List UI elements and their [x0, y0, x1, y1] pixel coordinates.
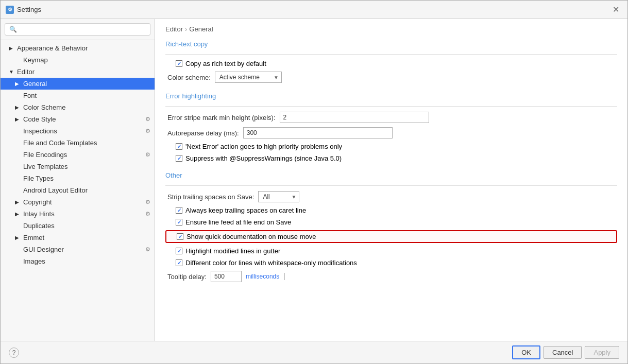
chevron-icon: ▶ [15, 81, 21, 86]
highlight-modified-label: Highlight modified lines in gutter [185, 247, 280, 255]
autoreparse-label: Autoreparse delay (ms): [167, 129, 239, 137]
sidebar-item-duplicates[interactable]: Duplicates [1, 220, 155, 232]
strip-trailing-row: Strip trailing spaces on Save: All None … [165, 191, 617, 202]
sidebar-item-appearance[interactable]: ▶ Appearance & Behavior [1, 42, 155, 54]
copy-as-rich-text-row: Copy as rich text by default [165, 60, 617, 67]
sidebar-item-images[interactable]: Images [1, 255, 155, 267]
rich-text-copy-section: Rich-text copy Copy as rich text by defa… [165, 40, 617, 83]
settings-icon: ⚙ [6, 6, 14, 14]
copy-as-rich-text-checkbox[interactable] [176, 60, 182, 67]
chevron-icon: ▶ [15, 211, 21, 217]
settings-dialog: ⚙ Settings ✕ ▶ Appearance & Behavior Key… [0, 0, 628, 364]
tooltip-delay-input[interactable] [211, 271, 242, 282]
sidebar-tree: ▶ Appearance & Behavior Keymap ▼ Editor … [1, 40, 155, 269]
strip-trailing-label: Strip trailing spaces on Save: [167, 193, 254, 201]
sidebar-item-fileencodings[interactable]: File Encodings ⚙ [1, 149, 155, 161]
sidebar-item-codestyle[interactable]: ▶ Code Style ⚙ [1, 113, 155, 125]
breadcrumb-editor: Editor [165, 25, 183, 33]
ensure-line-feed-label: Ensure line feed at file end on Save [185, 218, 291, 226]
help-button[interactable]: ? [9, 348, 19, 358]
sidebar-item-label: File Types [23, 175, 54, 182]
section-divider [165, 185, 617, 186]
sidebar-item-label: General [23, 80, 47, 88]
sidebar-item-label: Duplicates [23, 222, 55, 230]
suppress-warnings-checkbox[interactable] [176, 155, 182, 162]
different-color-checkbox[interactable] [176, 259, 182, 266]
always-keep-trailing-row: Always keep trailing spaces on caret lin… [165, 206, 617, 214]
settings-badge: ⚙ [145, 246, 150, 253]
show-quick-doc-label: Show quick documentation on mouse move [186, 233, 316, 240]
sidebar-item-label: Color Scheme [23, 103, 65, 111]
always-keep-trailing-checkbox[interactable] [176, 207, 182, 214]
error-stripe-row: Error stripe mark min height (pixels): [165, 112, 617, 123]
color-scheme-label: Color scheme: [167, 74, 211, 81]
copy-as-rich-text-label: Copy as rich text by default [185, 60, 266, 67]
settings-badge: ⚙ [145, 199, 150, 205]
close-button[interactable]: ✕ [609, 4, 622, 15]
chevron-icon: ▶ [15, 199, 21, 205]
error-highlighting-section: Error highlighting Error stripe mark min… [165, 92, 617, 162]
sidebar-item-label: Copyright [23, 198, 52, 206]
sidebar-item-label: Images [23, 257, 45, 265]
tooltip-unit-label: milliseconds [246, 273, 279, 280]
sidebar-item-label: Keymap [23, 56, 48, 64]
highlight-modified-checkbox[interactable] [176, 248, 182, 254]
error-stripe-input[interactable] [280, 112, 429, 123]
sidebar-item-keymap[interactable]: Keymap [1, 54, 155, 66]
ensure-line-feed-checkbox[interactable] [176, 219, 182, 226]
sidebar-item-label: Font [23, 92, 37, 99]
autoreparse-input[interactable] [243, 127, 393, 138]
sidebar-item-label: Live Templates [23, 163, 67, 170]
show-quick-doc-checkbox[interactable] [177, 233, 183, 240]
different-color-row: Different color for lines with whitespac… [165, 259, 617, 267]
sidebar-item-filetypes[interactable]: File Types [1, 172, 155, 184]
sidebar-item-livetemplates[interactable]: Live Templates [1, 161, 155, 172]
suppress-warnings-label: Suppress with @SuppressWarnings (since J… [185, 154, 342, 162]
sidebar-item-general[interactable]: ▶ General [1, 78, 155, 90]
breadcrumb-general: General [189, 25, 213, 33]
sidebar-item-copyright[interactable]: ▶ Copyright ⚙ [1, 196, 155, 208]
search-input[interactable] [5, 23, 150, 36]
sidebar-item-guidesigner[interactable]: GUI Designer ⚙ [1, 244, 155, 255]
sidebar: ▶ Appearance & Behavior Keymap ▼ Editor … [1, 19, 155, 341]
cursor-indicator [284, 273, 284, 280]
tooltip-delay-label: Tooltip delay: [167, 273, 207, 281]
sidebar-item-label: GUI Designer [23, 246, 64, 253]
ok-button[interactable]: OK [512, 345, 540, 359]
section-divider [165, 106, 617, 107]
color-scheme-row: Color scheme: Active scheme Default Cust… [165, 72, 617, 83]
settings-badge: ⚙ [145, 128, 150, 134]
dialog-title: Settings [17, 6, 41, 13]
autoreparse-row: Autoreparse delay (ms): [165, 127, 617, 138]
sidebar-item-font[interactable]: Font [1, 90, 155, 101]
chevron-icon: ▼ [9, 69, 15, 75]
section-divider [165, 54, 617, 55]
tooltip-delay-row: Tooltip delay: milliseconds [165, 271, 617, 282]
sidebar-item-androidlayout[interactable]: Android Layout Editor [1, 184, 155, 196]
color-scheme-dropdown[interactable]: Active scheme Default Custom [215, 72, 282, 83]
sidebar-item-label: Code Style [23, 115, 56, 123]
sidebar-item-label: Android Layout Editor [23, 186, 88, 194]
sidebar-item-inspections[interactable]: Inspections ⚙ [1, 125, 155, 137]
dialog-body: ▶ Appearance & Behavior Keymap ▼ Editor … [1, 19, 627, 341]
breadcrumb-separator: › [185, 25, 187, 33]
main-content: Editor › General Rich-text copy Copy as … [155, 19, 627, 341]
error-highlighting-title: Error highlighting [165, 92, 617, 101]
chevron-icon: ▶ [15, 235, 21, 240]
color-scheme-dropdown-wrapper: Active scheme Default Custom ▼ [215, 72, 282, 83]
sidebar-item-filecodetemplates[interactable]: File and Code Templates [1, 137, 155, 149]
sidebar-item-label: Emmet [23, 234, 44, 241]
strip-trailing-dropdown[interactable]: All None Modified Lines [258, 191, 299, 202]
cancel-button[interactable]: Cancel [544, 346, 582, 359]
apply-button[interactable]: Apply [585, 346, 619, 359]
strip-trailing-dropdown-wrapper: All None Modified Lines ▼ [258, 191, 299, 202]
sidebar-item-emmet[interactable]: ▶ Emmet [1, 232, 155, 244]
next-error-checkbox[interactable] [176, 143, 182, 150]
other-title: Other [165, 171, 617, 180]
always-keep-trailing-label: Always keep trailing spaces on caret lin… [185, 206, 306, 214]
sidebar-item-colorscheme[interactable]: ▶ Color Scheme [1, 101, 155, 113]
sidebar-item-label: File and Code Templates [23, 139, 97, 147]
rich-text-copy-title: Rich-text copy [165, 40, 617, 49]
sidebar-item-editor[interactable]: ▼ Editor [1, 66, 155, 78]
sidebar-item-inlayhints[interactable]: ▶ Inlay Hints ⚙ [1, 208, 155, 220]
